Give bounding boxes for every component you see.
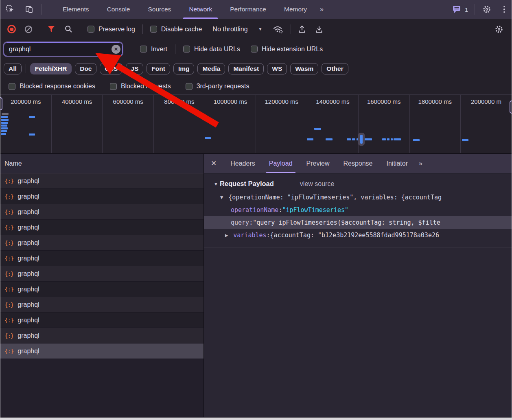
- chip-wasm[interactable]: Wasm: [290, 63, 318, 74]
- separator: [475, 4, 475, 15]
- device-toolbar-icon: [25, 5, 34, 14]
- tab-console[interactable]: Console: [98, 0, 139, 19]
- request-row[interactable]: {:}graphql: [0, 204, 203, 220]
- chip-fetch-xhr[interactable]: Fetch/XHR: [30, 63, 72, 74]
- tab-performance[interactable]: Performance: [221, 0, 275, 19]
- more-tabs-icon[interactable]: »: [316, 6, 327, 13]
- request-row-selected[interactable]: {:}graphql: [0, 343, 203, 359]
- settings-button[interactable]: [477, 0, 497, 19]
- import-har-button[interactable]: [293, 19, 311, 39]
- preserve-log-checkbox[interactable]: [88, 26, 94, 33]
- payload-row-variables[interactable]: ▶ variables: {accountTag: "b12e3b2192ee5…: [204, 229, 512, 241]
- expand-triangle-icon[interactable]: ▶: [225, 232, 228, 238]
- chip-css[interactable]: CSS: [100, 63, 123, 74]
- collapse-triangle-icon[interactable]: ▼: [214, 182, 218, 186]
- issues-bubble-icon: [453, 5, 462, 13]
- tab-response[interactable]: Response: [336, 154, 379, 173]
- network-settings-button[interactable]: [490, 19, 508, 39]
- collapse-triangle-icon[interactable]: ▼: [220, 195, 223, 200]
- payload-view: ▼ Request Payload view source ▼ {operati…: [204, 173, 512, 247]
- inspect-element-button[interactable]: [0, 0, 20, 19]
- overview-left-handle[interactable]: [0, 97, 2, 110]
- hide-data-urls-checkbox[interactable]: [183, 46, 190, 52]
- overview-right-handle[interactable]: [510, 101, 512, 114]
- tab-preview[interactable]: Preview: [300, 154, 337, 173]
- issues-button[interactable]: 1: [448, 5, 473, 13]
- network-conditions-button[interactable]: [268, 19, 288, 39]
- clear-network-log-button[interactable]: [20, 19, 37, 39]
- json-braces-icon: {:}: [4, 332, 13, 339]
- separator: [487, 24, 487, 34]
- blocked-requests-label: Blocked requests: [121, 83, 171, 90]
- payload-root-preview: {operationName: "ipFlowTimeseries", vari…: [228, 194, 442, 201]
- chip-img[interactable]: Img: [173, 63, 195, 74]
- divider: [204, 247, 512, 247]
- blocked-response-cookies-control: Blocked response cookies: [4, 83, 100, 90]
- more-tabs-icon[interactable]: »: [415, 160, 426, 167]
- invert-checkbox[interactable]: [140, 46, 147, 52]
- blocked-requests-checkbox[interactable]: [110, 83, 117, 90]
- chip-ws[interactable]: WS: [267, 63, 287, 74]
- tab-network[interactable]: Network: [180, 0, 221, 19]
- close-icon[interactable]: ✕: [204, 159, 223, 168]
- tab-elements[interactable]: Elements: [54, 0, 98, 19]
- preserve-log-label: Preserve log: [98, 26, 135, 33]
- request-row[interactable]: {:}graphql: [0, 235, 203, 251]
- filter-input[interactable]: [4, 42, 123, 56]
- chip-js[interactable]: JS: [126, 63, 143, 74]
- request-row[interactable]: {:}graphql: [0, 313, 203, 328]
- chip-doc[interactable]: Doc: [75, 63, 96, 74]
- timeline-bar: [391, 138, 393, 140]
- throttling-dropdown[interactable]: No throttling ▼: [207, 26, 268, 33]
- main-menu-button[interactable]: [497, 6, 512, 13]
- overview-track[interactable]: 200000 ms 400000 ms 600000 ms 800000 ms …: [0, 94, 512, 154]
- view-source-link[interactable]: view source: [300, 180, 334, 188]
- request-type-filters: All Fetch/XHR Doc CSS JS Font Img Media …: [0, 59, 512, 78]
- upload-icon: [298, 25, 306, 34]
- chip-other[interactable]: Other: [322, 63, 348, 74]
- chip-font[interactable]: Font: [147, 63, 170, 74]
- payload-key: variables: [233, 232, 266, 239]
- tab-headers[interactable]: Headers: [223, 154, 262, 173]
- screenshot-frame: Elements Console Sources Network Perform…: [0, 0, 512, 420]
- tab-initiator[interactable]: Initiator: [380, 154, 415, 173]
- disable-cache-checkbox[interactable]: [150, 26, 157, 33]
- section-title[interactable]: Request Payload: [220, 180, 274, 188]
- timeline-bar: [2, 113, 9, 115]
- chip-manifest[interactable]: Manifest: [228, 63, 264, 74]
- timeline-tick: 600000 ms: [103, 95, 154, 153]
- chip-all[interactable]: All: [4, 63, 22, 74]
- export-har-button[interactable]: [311, 19, 328, 39]
- hide-extension-urls-checkbox[interactable]: [251, 46, 258, 52]
- request-row[interactable]: {:}graphql: [0, 297, 203, 313]
- tab-memory[interactable]: Memory: [275, 0, 316, 19]
- record-network-log-button[interactable]: [7, 25, 16, 33]
- issues-count: 1: [465, 6, 468, 13]
- payload-row-query-selected[interactable]: query: "query ipFlowTimeseries($accountT…: [204, 216, 512, 229]
- request-row[interactable]: {:}graphql: [0, 220, 203, 235]
- request-row[interactable]: {:}graphql: [0, 173, 203, 189]
- payload-root-row[interactable]: ▼ {operationName: "ipFlowTimeseries", va…: [204, 191, 512, 203]
- payload-value: "ipFlowTimeseries": [282, 206, 348, 214]
- timeline-tick: 1200000 ms: [256, 95, 307, 153]
- blocked-response-cookies-checkbox[interactable]: [9, 83, 15, 90]
- tab-sources[interactable]: Sources: [139, 0, 180, 19]
- clear-filter-icon[interactable]: ✕: [112, 45, 120, 54]
- request-row[interactable]: {:}graphql: [0, 328, 203, 343]
- request-row[interactable]: {:}graphql: [0, 282, 203, 297]
- payload-key: operationName: [231, 206, 278, 214]
- throttling-value: No throttling: [212, 26, 247, 33]
- tab-payload[interactable]: Payload: [262, 154, 300, 173]
- device-toolbar-button[interactable]: [20, 0, 39, 19]
- filter-toggle-button[interactable]: [43, 19, 60, 39]
- payload-row-operation-name[interactable]: operationName: "ipFlowTimeseries": [204, 203, 512, 216]
- name-column-header[interactable]: Name: [0, 154, 203, 173]
- timeline-bar: [307, 138, 313, 140]
- chip-media[interactable]: Media: [197, 63, 225, 74]
- search-button[interactable]: [60, 19, 77, 39]
- payload-colon: :: [278, 206, 282, 214]
- request-row[interactable]: {:}graphql: [0, 189, 203, 204]
- third-party-requests-checkbox[interactable]: [186, 83, 193, 90]
- request-row[interactable]: {:}graphql: [0, 266, 203, 282]
- request-row[interactable]: {:}graphql: [0, 251, 203, 266]
